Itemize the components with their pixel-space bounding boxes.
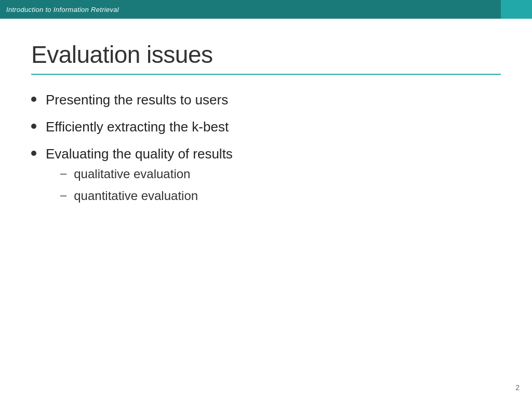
bullet-text-1: Presenting the results to users xyxy=(46,91,501,109)
title-divider xyxy=(31,74,501,75)
header-accent xyxy=(501,0,532,19)
header-bar: Introduction to Information Retrieval xyxy=(0,0,532,19)
bullet-dot-2 xyxy=(31,124,36,129)
sub-bullet-dash-1: – xyxy=(60,166,66,182)
sub-bullet-dash-2: – xyxy=(60,188,66,204)
bullet-item-3: Evaluating the quality of results – qual… xyxy=(31,145,501,209)
header-title: Introduction to Information Retrieval xyxy=(6,6,119,14)
bullet-dot-3 xyxy=(31,151,36,156)
bullet-item-1: Presenting the results to users xyxy=(31,91,501,109)
bullet-dot-1 xyxy=(31,97,36,102)
bullet-text-3: Evaluating the quality of results xyxy=(46,146,233,162)
slide-content: Evaluation issues Presenting the results… xyxy=(0,19,532,399)
bullet-list: Presenting the results to users Efficien… xyxy=(31,91,501,209)
bullet-text-2: Efficiently extracting the k-best xyxy=(46,118,501,136)
sub-bullet-text-1: qualitative evaluation xyxy=(74,166,190,182)
page-number: 2 xyxy=(515,383,520,392)
sub-bullet-list: – qualitative evaluation – quantitative … xyxy=(60,166,501,203)
sub-bullet-item-1: – qualitative evaluation xyxy=(60,166,501,182)
slide-title: Evaluation issues xyxy=(31,41,501,69)
sub-bullet-text-2: quantitative evaluation xyxy=(74,188,198,204)
slide: Introduction to Information Retrieval Ev… xyxy=(0,0,532,399)
bullet-text-3-container: Evaluating the quality of results – qual… xyxy=(46,145,501,209)
bullet-item-2: Efficiently extracting the k-best xyxy=(31,118,501,136)
sub-bullet-item-2: – quantitative evaluation xyxy=(60,188,501,204)
